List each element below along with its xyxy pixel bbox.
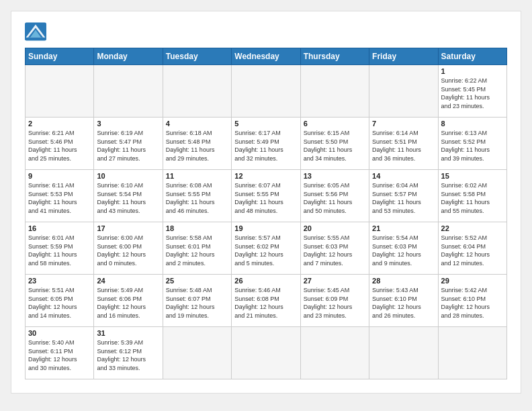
day-number: 4 (166, 120, 228, 128)
day-info: Sunrise: 5:42 AM Sunset: 6:10 PM Dayligh… (441, 286, 504, 320)
day-info: Sunrise: 5:52 AM Sunset: 6:04 PM Dayligh… (441, 234, 504, 267)
day-number: 14 (372, 172, 435, 180)
day-info: Sunrise: 6:10 AM Sunset: 5:54 PM Dayligh… (97, 181, 159, 215)
calendar-cell: 17Sunrise: 6:00 AM Sunset: 6:00 PM Dayli… (94, 222, 163, 275)
day-number: 24 (97, 277, 159, 285)
calendar-cell: 22Sunrise: 5:52 AM Sunset: 6:04 PM Dayli… (438, 222, 506, 275)
day-info: Sunrise: 6:07 AM Sunset: 5:55 PM Dayligh… (234, 181, 297, 215)
calendar-cell: 2Sunrise: 6:21 AM Sunset: 5:46 PM Daylig… (26, 118, 94, 170)
calendar-cell: 11Sunrise: 6:08 AM Sunset: 5:55 PM Dayli… (163, 170, 231, 222)
day-info: Sunrise: 6:18 AM Sunset: 5:48 PM Dayligh… (166, 129, 228, 163)
day-number: 9 (28, 172, 91, 180)
day-number: 16 (28, 224, 91, 232)
day-number: 28 (372, 277, 435, 285)
day-info: Sunrise: 6:00 AM Sunset: 6:00 PM Dayligh… (97, 234, 159, 267)
day-number: 5 (234, 120, 297, 128)
day-info: Sunrise: 5:45 AM Sunset: 6:09 PM Dayligh… (304, 286, 366, 320)
day-number: 6 (304, 120, 366, 128)
day-number: 7 (372, 120, 435, 128)
day-info: Sunrise: 5:51 AM Sunset: 6:05 PM Dayligh… (28, 286, 91, 320)
day-info: Sunrise: 5:46 AM Sunset: 6:08 PM Dayligh… (234, 286, 297, 320)
day-info: Sunrise: 6:05 AM Sunset: 5:56 PM Dayligh… (304, 181, 366, 215)
calendar-cell: 15Sunrise: 6:02 AM Sunset: 5:58 PM Dayli… (438, 170, 506, 222)
calendar-cell: 31Sunrise: 5:39 AM Sunset: 6:12 PM Dayli… (94, 327, 163, 379)
calendar-cell: 14Sunrise: 6:04 AM Sunset: 5:57 PM Dayli… (369, 170, 438, 222)
day-number: 11 (166, 172, 228, 180)
calendar-cell: 28Sunrise: 5:43 AM Sunset: 6:10 PM Dayli… (369, 275, 438, 327)
weekday-wednesday: Wednesday (232, 48, 300, 65)
day-number: 8 (441, 120, 504, 128)
weekday-header-row: SundayMondayTuesdayWednesdayThursdayFrid… (26, 48, 507, 65)
day-info: Sunrise: 5:48 AM Sunset: 6:07 PM Dayligh… (166, 286, 228, 320)
day-number: 29 (441, 277, 504, 285)
calendar-cell: 29Sunrise: 5:42 AM Sunset: 6:10 PM Dayli… (438, 275, 506, 327)
calendar-cell (369, 65, 438, 118)
calendar-cell: 6Sunrise: 6:15 AM Sunset: 5:50 PM Daylig… (300, 118, 369, 170)
calendar-cell (232, 327, 300, 379)
day-info: Sunrise: 5:43 AM Sunset: 6:10 PM Dayligh… (372, 286, 435, 320)
week-row-0: 1Sunrise: 6:22 AM Sunset: 5:45 PM Daylig… (26, 65, 507, 118)
calendar-cell (163, 327, 231, 379)
day-info: Sunrise: 5:40 AM Sunset: 6:11 PM Dayligh… (28, 338, 91, 372)
day-info: Sunrise: 5:57 AM Sunset: 6:02 PM Dayligh… (234, 234, 297, 267)
day-info: Sunrise: 5:49 AM Sunset: 6:06 PM Dayligh… (97, 286, 159, 320)
week-row-5: 30Sunrise: 5:40 AM Sunset: 6:11 PM Dayli… (26, 327, 507, 379)
calendar-cell: 26Sunrise: 5:46 AM Sunset: 6:08 PM Dayli… (232, 275, 300, 327)
week-row-2: 9Sunrise: 6:11 AM Sunset: 5:53 PM Daylig… (26, 170, 507, 222)
day-number: 20 (304, 224, 366, 232)
calendar-cell: 5Sunrise: 6:17 AM Sunset: 5:49 PM Daylig… (232, 118, 300, 170)
calendar-cell: 21Sunrise: 5:54 AM Sunset: 6:03 PM Dayli… (369, 222, 438, 275)
day-number: 17 (97, 224, 159, 232)
day-number: 10 (97, 172, 159, 180)
week-row-4: 23Sunrise: 5:51 AM Sunset: 6:05 PM Dayli… (26, 275, 507, 327)
calendar-cell: 12Sunrise: 6:07 AM Sunset: 5:55 PM Dayli… (232, 170, 300, 222)
weekday-thursday: Thursday (300, 48, 369, 65)
calendar-cell (300, 65, 369, 118)
week-row-3: 16Sunrise: 6:01 AM Sunset: 5:59 PM Dayli… (26, 222, 507, 275)
calendar-cell: 24Sunrise: 5:49 AM Sunset: 6:06 PM Dayli… (94, 275, 163, 327)
calendar-cell: 19Sunrise: 5:57 AM Sunset: 6:02 PM Dayli… (232, 222, 300, 275)
calendar-cell: 8Sunrise: 6:13 AM Sunset: 5:52 PM Daylig… (438, 118, 506, 170)
calendar-cell (369, 327, 438, 379)
day-number: 1 (441, 67, 504, 75)
week-row-1: 2Sunrise: 6:21 AM Sunset: 5:46 PM Daylig… (26, 118, 507, 170)
day-info: Sunrise: 6:04 AM Sunset: 5:57 PM Dayligh… (372, 181, 435, 215)
day-number: 12 (234, 172, 297, 180)
calendar-cell: 20Sunrise: 5:55 AM Sunset: 6:03 PM Dayli… (300, 222, 369, 275)
calendar-cell: 25Sunrise: 5:48 AM Sunset: 6:07 PM Dayli… (163, 275, 231, 327)
calendar-cell: 16Sunrise: 6:01 AM Sunset: 5:59 PM Dayli… (26, 222, 94, 275)
calendar-cell: 10Sunrise: 6:10 AM Sunset: 5:54 PM Dayli… (94, 170, 163, 222)
day-number: 3 (97, 120, 159, 128)
day-info: Sunrise: 5:54 AM Sunset: 6:03 PM Dayligh… (372, 234, 435, 267)
header (25, 22, 507, 41)
day-info: Sunrise: 6:01 AM Sunset: 5:59 PM Dayligh… (28, 234, 91, 267)
calendar-cell: 27Sunrise: 5:45 AM Sunset: 6:09 PM Dayli… (300, 275, 369, 327)
day-info: Sunrise: 6:19 AM Sunset: 5:47 PM Dayligh… (97, 129, 159, 163)
calendar-cell (300, 327, 369, 379)
day-number: 31 (97, 329, 159, 337)
calendar-cell (94, 65, 163, 118)
calendar-cell: 4Sunrise: 6:18 AM Sunset: 5:48 PM Daylig… (163, 118, 231, 170)
logo (25, 22, 49, 41)
calendar-page: SundayMondayTuesdayWednesdayThursdayFrid… (11, 11, 521, 394)
weekday-sunday: Sunday (26, 48, 94, 65)
weekday-friday: Friday (369, 48, 438, 65)
day-info: Sunrise: 5:55 AM Sunset: 6:03 PM Dayligh… (304, 234, 366, 267)
calendar-cell (163, 65, 231, 118)
calendar-cell: 30Sunrise: 5:40 AM Sunset: 6:11 PM Dayli… (26, 327, 94, 379)
day-number: 22 (441, 224, 504, 232)
day-number: 25 (166, 277, 228, 285)
day-info: Sunrise: 6:17 AM Sunset: 5:49 PM Dayligh… (234, 129, 297, 163)
calendar-cell: 7Sunrise: 6:14 AM Sunset: 5:51 PM Daylig… (369, 118, 438, 170)
day-number: 2 (28, 120, 91, 128)
day-info: Sunrise: 5:58 AM Sunset: 6:01 PM Dayligh… (166, 234, 228, 267)
day-number: 13 (304, 172, 366, 180)
weekday-tuesday: Tuesday (163, 48, 231, 65)
day-number: 19 (234, 224, 297, 232)
day-number: 15 (441, 172, 504, 180)
calendar-cell: 18Sunrise: 5:58 AM Sunset: 6:01 PM Dayli… (163, 222, 231, 275)
day-info: Sunrise: 6:02 AM Sunset: 5:58 PM Dayligh… (441, 181, 504, 215)
weekday-saturday: Saturday (438, 48, 506, 65)
day-info: Sunrise: 6:15 AM Sunset: 5:50 PM Dayligh… (304, 129, 366, 163)
day-number: 18 (166, 224, 228, 232)
